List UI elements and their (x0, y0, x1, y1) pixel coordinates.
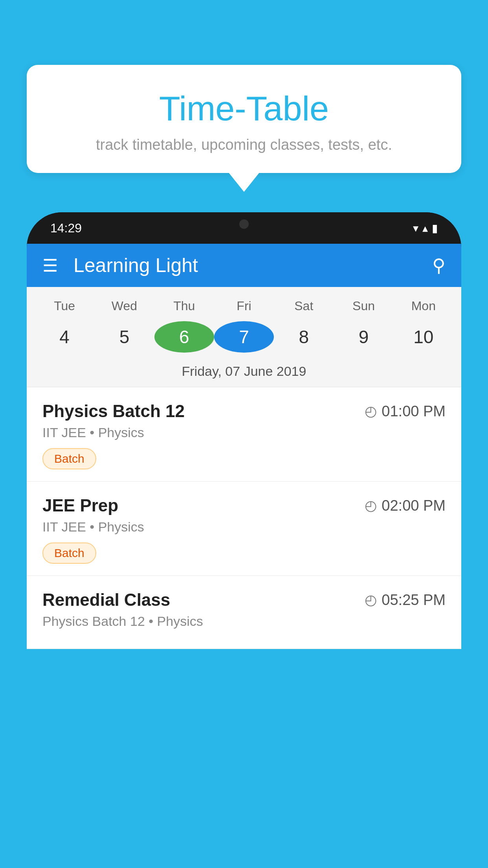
day-header-thu: Thu (154, 295, 214, 317)
selected-date-label: Friday, 07 June 2019 (27, 357, 461, 387)
class-time-0: ◴01:00 PM (365, 403, 446, 420)
class-time-2: ◴05:25 PM (365, 592, 446, 609)
day-number-6[interactable]: 6 (154, 321, 214, 353)
day-header-sun: Sun (334, 295, 393, 317)
day-header-mon: Mon (394, 295, 453, 317)
class-item-header-1: JEE Prep◴02:00 PM (42, 496, 446, 515)
class-item-2[interactable]: Remedial Class◴05:25 PMPhysics Batch 12 … (27, 576, 461, 649)
class-time-text-2: 05:25 PM (382, 592, 446, 609)
class-item-0[interactable]: Physics Batch 12◴01:00 PMIIT JEE • Physi… (27, 387, 461, 482)
day-header-fri: Fri (214, 295, 274, 317)
class-time-text-1: 02:00 PM (382, 497, 446, 514)
day-header-sat: Sat (274, 295, 334, 317)
day-cell-thu[interactable]: 6 (154, 321, 214, 353)
clock-icon-1: ◴ (365, 497, 377, 514)
tooltip-card: Time-Table track timetable, upcoming cla… (27, 65, 461, 173)
wifi-icon: ▾ (413, 222, 418, 235)
day-header-wed: Wed (94, 295, 154, 317)
batch-badge-0: Batch (42, 448, 96, 469)
day-number-10[interactable]: 10 (394, 322, 453, 351)
clock-icon-0: ◴ (365, 403, 377, 419)
hamburger-icon[interactable]: ☰ (42, 256, 58, 276)
day-cell-tue[interactable]: 4 (35, 322, 94, 351)
class-item-header-2: Remedial Class◴05:25 PM (42, 590, 446, 610)
status-bar: 14:29 ▾ ▴ ▮ (27, 212, 461, 244)
class-time-text-0: 01:00 PM (382, 403, 446, 420)
day-number-8[interactable]: 8 (274, 322, 334, 351)
tooltip-title: Time-Table (46, 88, 442, 129)
camera-dot (239, 219, 249, 229)
tooltip-subtitle: track timetable, upcoming classes, tests… (46, 136, 442, 153)
day-cell-wed[interactable]: 5 (94, 322, 154, 351)
class-item-header-0: Physics Batch 12◴01:00 PM (42, 401, 446, 421)
class-meta-0: IIT JEE • Physics (42, 425, 446, 440)
day-headers: TueWedThuFriSatSunMon (27, 295, 461, 317)
class-time-1: ◴02:00 PM (365, 497, 446, 514)
day-header-tue: Tue (35, 295, 94, 317)
clock-icon-2: ◴ (365, 592, 377, 608)
class-meta-1: IIT JEE • Physics (42, 519, 446, 535)
battery-icon: ▮ (432, 222, 438, 235)
classes-list: Physics Batch 12◴01:00 PMIIT JEE • Physi… (27, 387, 461, 649)
search-icon[interactable]: ⚲ (432, 255, 446, 276)
day-number-5[interactable]: 5 (94, 322, 154, 351)
status-time: 14:29 (50, 221, 82, 235)
calendar-strip: TueWedThuFriSatSunMon 45678910 Friday, 0… (27, 287, 461, 387)
status-icons: ▾ ▴ ▮ (413, 222, 438, 235)
app-title: Learning Light (73, 254, 432, 277)
day-cell-fri[interactable]: 7 (214, 321, 274, 353)
class-name-2: Remedial Class (42, 590, 170, 610)
day-number-4[interactable]: 4 (35, 322, 94, 351)
day-cell-sat[interactable]: 8 (274, 322, 334, 351)
day-cell-mon[interactable]: 10 (394, 322, 453, 351)
batch-badge-1: Batch (42, 542, 96, 564)
day-cell-sun[interactable]: 9 (334, 322, 393, 351)
signal-icon: ▴ (422, 222, 428, 235)
class-name-0: Physics Batch 12 (42, 401, 185, 421)
day-numbers: 45678910 (27, 317, 461, 357)
phone-wrapper: 14:29 ▾ ▴ ▮ ☰ Learning Light ⚲ TueWedThu… (27, 212, 461, 868)
day-number-9[interactable]: 9 (334, 322, 393, 351)
class-name-1: JEE Prep (42, 496, 118, 515)
phone-body: 14:29 ▾ ▴ ▮ ☰ Learning Light ⚲ TueWedThu… (27, 212, 461, 649)
class-item-1[interactable]: JEE Prep◴02:00 PMIIT JEE • PhysicsBatch (27, 482, 461, 576)
phone-notch (209, 212, 279, 236)
app-bar: ☰ Learning Light ⚲ (27, 244, 461, 287)
day-number-7[interactable]: 7 (214, 321, 274, 353)
class-meta-2: Physics Batch 12 • Physics (42, 614, 446, 629)
